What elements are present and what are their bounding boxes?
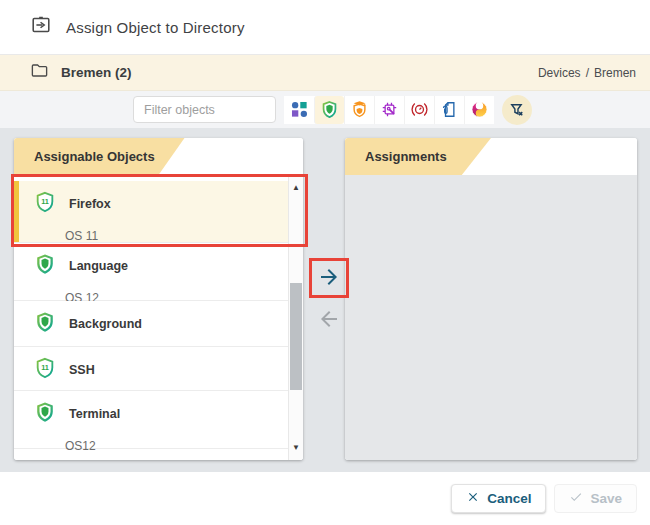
assignable-objects-header: Assignable Objects xyxy=(14,138,303,175)
education-shield-icon[interactable] xyxy=(344,96,374,124)
panel-title: Assignments xyxy=(365,138,447,175)
firmware-chip-icon[interactable] xyxy=(374,96,404,124)
item-subtitle: OS12 xyxy=(65,439,278,453)
color-wheel-icon[interactable] xyxy=(464,96,494,124)
list-item-firefox[interactable]: 11 Firefox OS 11 xyxy=(14,181,288,243)
list-item-ssh[interactable]: 11 SSH xyxy=(14,347,288,391)
shield-icon xyxy=(34,311,56,337)
shield-badge-icon: 11 xyxy=(34,357,56,383)
clear-filter-icon[interactable] xyxy=(502,95,532,125)
assign-object-dialog: Assign Object to Directory Bremen (2) De… xyxy=(0,0,650,525)
arrow-left-icon xyxy=(317,307,341,334)
item-subtitle: OS 11 xyxy=(65,229,278,243)
list-item-language[interactable]: Language OS 12 xyxy=(14,243,288,301)
item-title: Language xyxy=(69,259,128,273)
shield-badge-number: 11 xyxy=(41,363,49,372)
unassign-arrow-button[interactable] xyxy=(316,307,342,333)
cancel-button[interactable]: Cancel xyxy=(451,484,546,513)
dialog-header: Assign Object to Directory xyxy=(0,0,650,55)
arrow-right-icon xyxy=(317,265,341,292)
directory-bar: Bremen (2) Devices / Bremen xyxy=(0,55,650,91)
breadcrumb-separator: / xyxy=(586,66,589,80)
list-item-terminal[interactable]: Terminal OS12 xyxy=(14,391,288,449)
cancel-label: Cancel xyxy=(487,491,531,506)
directory-name: Bremen (2) xyxy=(61,65,132,80)
filter-objects-input[interactable] xyxy=(133,96,276,123)
assignments-header: Assignments xyxy=(345,138,637,175)
dialog-footer: Cancel Save xyxy=(0,472,650,525)
document-clip-icon[interactable] xyxy=(434,96,464,124)
gauge-icon[interactable] xyxy=(404,96,434,124)
dialog-title: Assign Object to Directory xyxy=(66,19,245,36)
shield-icon xyxy=(34,253,56,279)
object-type-filter-group xyxy=(284,96,494,124)
assign-icon xyxy=(30,14,52,40)
save-button[interactable]: Save xyxy=(554,484,637,513)
apps-grid-icon[interactable] xyxy=(284,96,314,124)
scroll-up-icon[interactable]: ▲ xyxy=(289,183,303,192)
close-icon xyxy=(466,490,480,507)
list-item-background[interactable]: Background xyxy=(14,301,288,347)
assignable-objects-list: 11 Firefox OS 11 xyxy=(14,175,303,460)
item-title: Terminal xyxy=(69,407,120,421)
shield-badge-icon: 11 xyxy=(34,191,56,217)
breadcrumb-current: Bremen xyxy=(594,66,636,80)
item-title: Background xyxy=(69,317,142,331)
shield-icon xyxy=(34,401,56,427)
panel-title: Assignable Objects xyxy=(34,138,155,175)
breadcrumb-parent[interactable]: Devices xyxy=(538,66,581,80)
scroll-down-icon[interactable]: ▼ xyxy=(289,443,303,452)
breadcrumb: Devices / Bremen xyxy=(538,66,636,80)
assignments-empty-area xyxy=(345,175,637,460)
filter-toolbar xyxy=(0,91,650,128)
list-scrollbar[interactable]: ▲ ▼ xyxy=(288,175,303,460)
scrollbar-thumb[interactable] xyxy=(290,283,302,390)
software-shield-icon[interactable] xyxy=(314,96,344,124)
assign-arrow-button[interactable] xyxy=(316,265,342,291)
assignable-objects-panel: Assignable Objects 11 Firefox OS 11 xyxy=(14,138,303,460)
assignments-panel: Assignments xyxy=(345,138,637,460)
save-label: Save xyxy=(590,491,622,506)
folder-icon xyxy=(30,61,49,84)
item-title: Firefox xyxy=(69,197,111,211)
main-area: Assignable Objects 11 Firefox OS 11 xyxy=(0,128,650,472)
item-title: SSH xyxy=(69,363,95,377)
shield-badge-number: 11 xyxy=(41,197,49,206)
check-icon xyxy=(569,490,583,507)
